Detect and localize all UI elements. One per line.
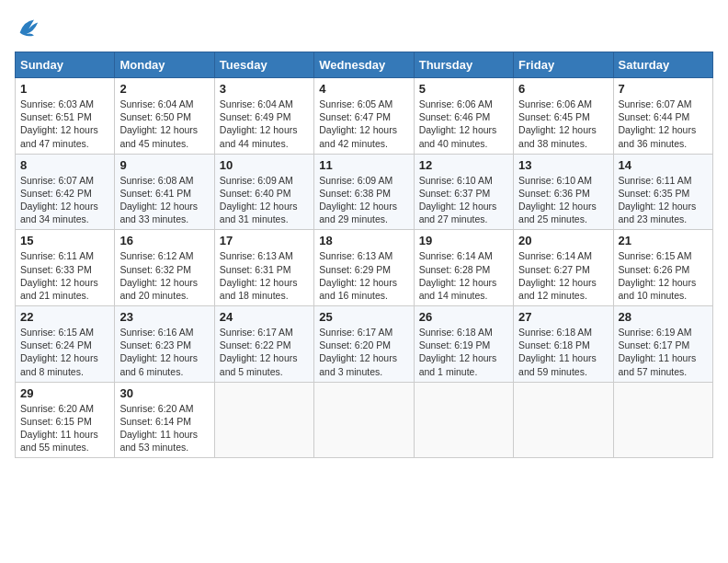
- cell-details: Sunrise: 6:15 AMSunset: 6:26 PMDaylight:…: [619, 249, 708, 302]
- cell-details: Sunrise: 6:20 AMSunset: 6:14 PMDaylight:…: [119, 402, 209, 454]
- page-header: [15, 15, 713, 40]
- calendar-cell: 3Sunrise: 6:04 AMSunset: 6:49 PMDaylight…: [214, 78, 313, 155]
- day-number: 3: [220, 82, 309, 96]
- cell-details: Sunrise: 6:12 AMSunset: 6:32 PMDaylight:…: [119, 249, 209, 302]
- calendar-cell: [613, 382, 712, 458]
- cell-details: Sunrise: 6:07 AMSunset: 6:42 PMDaylight:…: [20, 174, 109, 226]
- day-number: 29: [20, 386, 109, 400]
- cell-details: Sunrise: 6:09 AMSunset: 6:38 PMDaylight:…: [319, 174, 408, 226]
- day-number: 11: [319, 158, 408, 172]
- calendar-cell: 30Sunrise: 6:20 AMSunset: 6:14 PMDayligh…: [115, 382, 214, 458]
- calendar-table: SundayMondayTuesdayWednesdayThursdayFrid…: [15, 52, 713, 458]
- calendar-cell: 19Sunrise: 6:14 AMSunset: 6:28 PMDayligh…: [414, 230, 513, 306]
- day-number: 9: [119, 158, 209, 172]
- header-tuesday: Tuesday: [214, 52, 313, 78]
- calendar-cell: [314, 382, 414, 458]
- calendar-cell: 6Sunrise: 6:06 AMSunset: 6:45 PMDaylight…: [514, 78, 613, 155]
- header-thursday: Thursday: [414, 52, 513, 78]
- cell-details: Sunrise: 6:14 AMSunset: 6:28 PMDaylight:…: [419, 249, 508, 302]
- cell-details: Sunrise: 6:04 AMSunset: 6:49 PMDaylight:…: [220, 98, 309, 150]
- header-friday: Friday: [514, 52, 613, 78]
- calendar-cell: 25Sunrise: 6:17 AMSunset: 6:20 PMDayligh…: [314, 306, 414, 383]
- cell-details: Sunrise: 6:19 AMSunset: 6:17 PMDaylight:…: [619, 326, 708, 378]
- cell-details: Sunrise: 6:13 AMSunset: 6:31 PMDaylight:…: [220, 249, 309, 302]
- day-number: 20: [518, 234, 608, 247]
- day-number: 17: [220, 234, 309, 247]
- day-number: 19: [419, 234, 508, 247]
- calendar-cell: 18Sunrise: 6:13 AMSunset: 6:29 PMDayligh…: [314, 230, 414, 306]
- day-number: 4: [319, 82, 408, 96]
- cell-details: Sunrise: 6:14 AMSunset: 6:27 PMDaylight:…: [518, 249, 608, 302]
- header-monday: Monday: [115, 52, 214, 78]
- cell-details: Sunrise: 6:18 AMSunset: 6:18 PMDaylight:…: [518, 326, 608, 378]
- cell-details: Sunrise: 6:20 AMSunset: 6:15 PMDaylight:…: [20, 402, 109, 454]
- cell-details: Sunrise: 6:04 AMSunset: 6:50 PMDaylight:…: [119, 98, 209, 150]
- day-number: 24: [220, 310, 309, 324]
- day-number: 7: [619, 82, 708, 96]
- day-number: 8: [20, 158, 109, 172]
- cell-details: Sunrise: 6:18 AMSunset: 6:19 PMDaylight:…: [419, 326, 508, 378]
- cell-details: Sunrise: 6:16 AMSunset: 6:23 PMDaylight:…: [119, 326, 209, 378]
- day-number: 18: [319, 234, 408, 247]
- day-number: 25: [319, 310, 408, 324]
- day-number: 14: [619, 158, 708, 172]
- cell-details: Sunrise: 6:06 AMSunset: 6:46 PMDaylight:…: [419, 98, 508, 150]
- cell-details: Sunrise: 6:10 AMSunset: 6:37 PMDaylight:…: [419, 174, 508, 226]
- calendar-cell: 22Sunrise: 6:15 AMSunset: 6:24 PMDayligh…: [16, 306, 115, 383]
- calendar-week-row: 1Sunrise: 6:03 AMSunset: 6:51 PMDaylight…: [16, 78, 713, 155]
- calendar-cell: 21Sunrise: 6:15 AMSunset: 6:26 PMDayligh…: [613, 230, 712, 306]
- calendar-cell: 10Sunrise: 6:09 AMSunset: 6:40 PMDayligh…: [214, 154, 313, 230]
- calendar-cell: 26Sunrise: 6:18 AMSunset: 6:19 PMDayligh…: [414, 306, 513, 383]
- calendar-cell: 9Sunrise: 6:08 AMSunset: 6:41 PMDaylight…: [115, 154, 214, 230]
- cell-details: Sunrise: 6:17 AMSunset: 6:20 PMDaylight:…: [319, 326, 408, 378]
- day-number: 15: [20, 234, 109, 247]
- calendar-cell: 7Sunrise: 6:07 AMSunset: 6:44 PMDaylight…: [613, 78, 712, 155]
- calendar-cell: 17Sunrise: 6:13 AMSunset: 6:31 PMDayligh…: [214, 230, 313, 306]
- calendar-cell: 1Sunrise: 6:03 AMSunset: 6:51 PMDaylight…: [16, 78, 115, 155]
- calendar-cell: 14Sunrise: 6:11 AMSunset: 6:35 PMDayligh…: [613, 154, 712, 230]
- day-number: 26: [419, 310, 508, 324]
- cell-details: Sunrise: 6:07 AMSunset: 6:44 PMDaylight:…: [619, 98, 708, 150]
- calendar-cell: 8Sunrise: 6:07 AMSunset: 6:42 PMDaylight…: [16, 154, 115, 230]
- day-number: 13: [518, 158, 608, 172]
- calendar-cell: [414, 382, 513, 458]
- calendar-cell: [214, 382, 313, 458]
- day-number: 2: [119, 82, 209, 96]
- cell-details: Sunrise: 6:11 AMSunset: 6:35 PMDaylight:…: [619, 174, 708, 226]
- cell-details: Sunrise: 6:08 AMSunset: 6:41 PMDaylight:…: [119, 174, 209, 226]
- cell-details: Sunrise: 6:09 AMSunset: 6:40 PMDaylight:…: [220, 174, 309, 226]
- calendar-header-row: SundayMondayTuesdayWednesdayThursdayFrid…: [16, 52, 713, 78]
- cell-details: Sunrise: 6:05 AMSunset: 6:47 PMDaylight:…: [319, 98, 408, 150]
- calendar-cell: 5Sunrise: 6:06 AMSunset: 6:46 PMDaylight…: [414, 78, 513, 155]
- cell-details: Sunrise: 6:13 AMSunset: 6:29 PMDaylight:…: [319, 249, 408, 302]
- cell-details: Sunrise: 6:03 AMSunset: 6:51 PMDaylight:…: [20, 98, 109, 150]
- calendar-cell: 16Sunrise: 6:12 AMSunset: 6:32 PMDayligh…: [115, 230, 214, 306]
- calendar-cell: 13Sunrise: 6:10 AMSunset: 6:36 PMDayligh…: [514, 154, 613, 230]
- calendar-cell: 28Sunrise: 6:19 AMSunset: 6:17 PMDayligh…: [613, 306, 712, 383]
- calendar-cell: 27Sunrise: 6:18 AMSunset: 6:18 PMDayligh…: [514, 306, 613, 383]
- day-number: 30: [119, 386, 209, 400]
- calendar-week-row: 8Sunrise: 6:07 AMSunset: 6:42 PMDaylight…: [16, 154, 713, 230]
- calendar-cell: 24Sunrise: 6:17 AMSunset: 6:22 PMDayligh…: [214, 306, 313, 383]
- header-saturday: Saturday: [613, 52, 712, 78]
- calendar-cell: 4Sunrise: 6:05 AMSunset: 6:47 PMDaylight…: [314, 78, 414, 155]
- cell-details: Sunrise: 6:06 AMSunset: 6:45 PMDaylight:…: [518, 98, 608, 150]
- day-number: 6: [518, 82, 608, 96]
- day-number: 1: [20, 82, 109, 96]
- day-number: 21: [619, 234, 708, 247]
- logo: [15, 15, 44, 40]
- cell-details: Sunrise: 6:15 AMSunset: 6:24 PMDaylight:…: [20, 326, 109, 378]
- calendar-cell: 15Sunrise: 6:11 AMSunset: 6:33 PMDayligh…: [16, 230, 115, 306]
- day-number: 16: [119, 234, 209, 247]
- calendar-week-row: 29Sunrise: 6:20 AMSunset: 6:15 PMDayligh…: [16, 382, 713, 458]
- cell-details: Sunrise: 6:11 AMSunset: 6:33 PMDaylight:…: [20, 249, 109, 302]
- calendar-cell: 11Sunrise: 6:09 AMSunset: 6:38 PMDayligh…: [314, 154, 414, 230]
- day-number: 28: [619, 310, 708, 324]
- calendar-week-row: 15Sunrise: 6:11 AMSunset: 6:33 PMDayligh…: [16, 230, 713, 306]
- calendar-week-row: 22Sunrise: 6:15 AMSunset: 6:24 PMDayligh…: [16, 306, 713, 383]
- calendar-cell: 12Sunrise: 6:10 AMSunset: 6:37 PMDayligh…: [414, 154, 513, 230]
- calendar-cell: 20Sunrise: 6:14 AMSunset: 6:27 PMDayligh…: [514, 230, 613, 306]
- calendar-cell: 2Sunrise: 6:04 AMSunset: 6:50 PMDaylight…: [115, 78, 214, 155]
- calendar-cell: 29Sunrise: 6:20 AMSunset: 6:15 PMDayligh…: [16, 382, 115, 458]
- calendar-cell: [514, 382, 613, 458]
